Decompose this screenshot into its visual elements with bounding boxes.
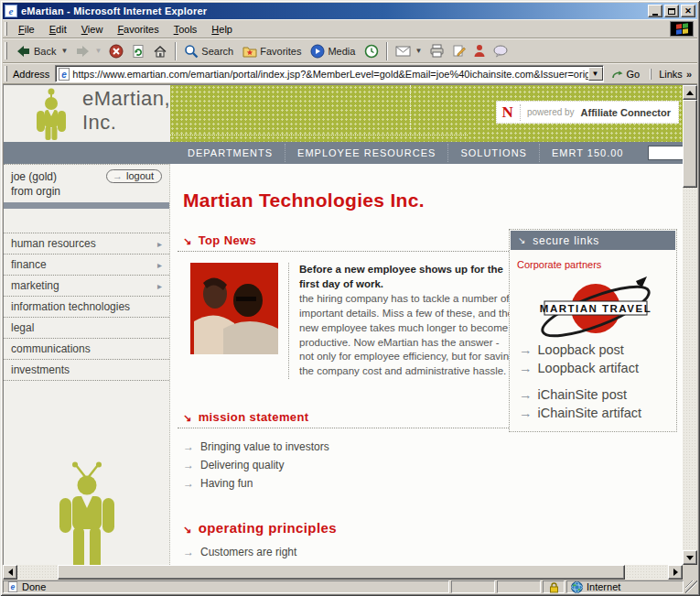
go-button[interactable]: Go — [604, 69, 648, 80]
heading-arrow-icon: ↘ — [183, 412, 192, 424]
scroll-down-button[interactable] — [683, 550, 697, 565]
toolbar-grip[interactable] — [5, 22, 7, 36]
print-button[interactable] — [425, 42, 448, 60]
martian-travel-text: MARTIAN TRAVEL — [540, 303, 652, 314]
links-button[interactable]: Links » — [651, 69, 697, 80]
close-button[interactable]: ✕ — [681, 5, 695, 17]
scroll-right-button[interactable] — [668, 565, 683, 580]
top-news-heading: ↘ Top News — [178, 233, 516, 252]
globe-icon — [571, 581, 583, 593]
sidebar-item-information-technologies[interactable]: information technologies — [4, 297, 169, 318]
home-button[interactable] — [149, 42, 171, 60]
refresh-button[interactable] — [127, 42, 149, 60]
mission-item: →Bringing value to investors — [183, 438, 516, 456]
sidebar-menu: human resources▸ finance▸ marketing▸ inf… — [4, 233, 169, 381]
search-button[interactable]: Search — [180, 42, 239, 60]
news-headline: Before a new employee shows up for the f… — [299, 263, 515, 291]
sidebar-item-marketing[interactable]: marketing▸ — [4, 276, 169, 297]
media-button[interactable]: Media — [307, 42, 361, 60]
ie-logo-icon: e — [5, 5, 17, 17]
edit-button[interactable] — [448, 42, 469, 60]
secure-link-loopback-artifact[interactable]: →Loopback artifact — [519, 360, 676, 378]
print-icon — [429, 44, 445, 58]
vertical-scroll-thumb[interactable] — [683, 100, 697, 188]
big-martian-figure — [4, 461, 169, 565]
favorites-button[interactable]: Favorites — [239, 42, 307, 60]
corporate-partners-label: Corporate partners — [510, 251, 676, 272]
news-body: the hiring company has to tackle a numbe… — [299, 292, 515, 379]
sidebar-item-legal[interactable]: legal — [4, 318, 169, 339]
bullet-arrow-icon: → — [183, 459, 194, 471]
secure-link-ichainsite-post[interactable]: →iChainSite post — [519, 386, 676, 405]
discuss-button[interactable] — [490, 43, 512, 60]
forward-button[interactable]: ▼ — [71, 42, 105, 60]
messenger-button[interactable] — [469, 42, 490, 60]
mission-heading: ↘ mission statement — [178, 410, 516, 428]
bullet-arrow-icon: → — [183, 440, 194, 453]
sidebar-item-human-resources[interactable]: human resources▸ — [4, 233, 169, 255]
title-bar: e eMartian - Microsoft Internet Explorer… — [3, 3, 697, 19]
sidebar-item-communications[interactable]: communications — [4, 339, 169, 360]
martian-figure-icon — [41, 461, 133, 565]
logout-button[interactable]: → logout — [106, 169, 162, 183]
scroll-up-button[interactable] — [683, 85, 697, 100]
address-input[interactable] — [70, 67, 587, 81]
resize-grip[interactable] — [685, 580, 697, 593]
secure-links-box: ↘ secure links Corporate partners MARTIA… — [509, 229, 677, 432]
header-banner: N powered by Affiliate Connector — [170, 85, 683, 142]
forward-icon — [75, 44, 92, 59]
zone-label: Internet — [587, 581, 620, 592]
badge-divider — [520, 104, 521, 121]
logout-arrow-icon: → — [113, 170, 123, 181]
status-bar: e Done Internet — [3, 580, 697, 593]
sidebar-item-investments[interactable]: investments — [4, 360, 169, 381]
minimize-button[interactable] — [648, 5, 662, 17]
top-news-section: ↘ Top News — [178, 233, 516, 379]
edit-icon — [452, 44, 466, 58]
back-button[interactable]: Back ▼ — [11, 42, 71, 60]
stop-button[interactable] — [105, 42, 127, 60]
secure-link-ichainsite-artifact[interactable]: →iChainSite artifact — [519, 405, 676, 423]
maximize-button[interactable] — [664, 5, 679, 17]
home-icon — [153, 44, 167, 59]
secure-link-loopback-post[interactable]: →Loopback post — [519, 341, 676, 360]
messenger-person-icon — [473, 44, 486, 58]
sidebar-divider-bar — [4, 202, 169, 209]
vertical-scrollbar[interactable] — [683, 85, 697, 565]
menu-file[interactable]: File — [11, 22, 42, 37]
heading-arrow-icon: ↘ — [518, 235, 526, 245]
menu-tools[interactable]: Tools — [167, 22, 205, 37]
sidebar: joe (gold) → logout from orgin human res… — [4, 164, 170, 565]
toolbar-grip[interactable] — [5, 66, 7, 81]
brand-block: eMartian, Inc. — [4, 85, 170, 142]
mail-button[interactable]: ▼ — [392, 43, 425, 60]
banner-dotted-line — [170, 135, 468, 135]
back-dropdown-icon[interactable]: ▼ — [60, 47, 68, 55]
secure-links-heading: ↘ secure links — [511, 231, 675, 250]
history-button[interactable] — [361, 42, 382, 60]
mission-section: ↘ mission statement →Bringing value to i… — [178, 410, 516, 493]
nav-employee-resources[interactable]: EMPLOYEE RESOURCES — [285, 144, 447, 162]
menu-help[interactable]: Help — [204, 22, 240, 37]
mail-dropdown-icon[interactable]: ▼ — [415, 47, 422, 55]
sidebar-item-finance[interactable]: finance▸ — [4, 255, 169, 276]
address-dropdown-icon[interactable]: ▼ — [588, 67, 603, 81]
mail-icon — [395, 45, 412, 58]
nav-departments[interactable]: DEPARTMENTS — [176, 144, 285, 162]
bullet-arrow-icon: → — [183, 546, 194, 558]
forward-dropdown-icon[interactable]: ▼ — [94, 47, 102, 55]
scroll-left-button[interactable] — [3, 565, 17, 580]
submenu-arrow-icon: ▸ — [157, 260, 162, 270]
lock-icon — [549, 581, 559, 593]
nav-solutions[interactable]: SOLUTIONS — [447, 144, 539, 162]
menu-favorites[interactable]: Favorites — [110, 22, 166, 37]
heading-arrow-icon: ↘ — [183, 524, 192, 536]
horizontal-scrollbar[interactable] — [3, 565, 683, 580]
history-icon — [364, 44, 379, 59]
martian-travel-logo[interactable]: MARTIAN TRAVEL — [519, 272, 667, 345]
menu-edit[interactable]: Edit — [42, 22, 74, 37]
menu-view[interactable]: View — [74, 22, 111, 37]
menu-bar: File Edit View Favorites Tools Help — [3, 19, 697, 38]
toolbar-grip[interactable] — [5, 42, 7, 60]
horizontal-scroll-thumb[interactable] — [58, 565, 625, 580]
